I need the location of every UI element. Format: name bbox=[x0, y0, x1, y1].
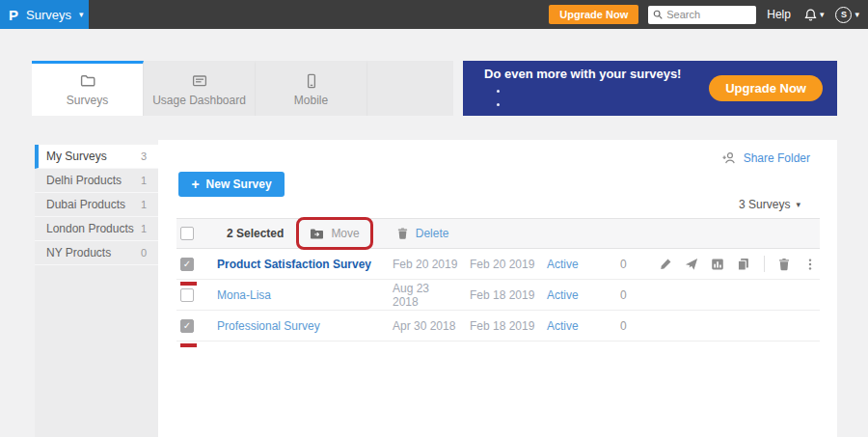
bulk-actions-toolbar: ✓ 2 Selected Move Delete bbox=[176, 218, 820, 249]
new-survey-label: New Survey bbox=[206, 178, 272, 191]
banner-upgrade-button[interactable]: Upgrade Now bbox=[709, 75, 823, 101]
bell-icon bbox=[803, 8, 818, 22]
annotation-underline bbox=[180, 282, 197, 286]
search-box[interactable] bbox=[648, 6, 756, 24]
tab-label: Usage Dashboard bbox=[152, 94, 246, 107]
search-input[interactable] bbox=[666, 9, 751, 20]
surveys-count-label: 3 Surveys bbox=[739, 198, 790, 211]
upgrade-now-button[interactable]: Upgrade Now bbox=[549, 5, 638, 24]
date-created: Aug 23 2018 bbox=[381, 282, 458, 309]
banner-bullets bbox=[484, 83, 709, 110]
tabs-filler bbox=[367, 61, 453, 116]
tabs-bar: Surveys Usage Dashboard Mobile bbox=[32, 61, 453, 116]
divider bbox=[764, 256, 765, 272]
chevron-down-icon: ▾ bbox=[796, 201, 800, 209]
date-modified: Feb 18 2019 bbox=[458, 288, 535, 302]
reports-bar-chart-icon[interactable] bbox=[711, 258, 724, 271]
share-folder-label: Share Folder bbox=[744, 151, 810, 165]
logo-icon: P bbox=[9, 7, 18, 23]
mobile-icon bbox=[304, 73, 319, 89]
survey-title-link[interactable]: Mona-Lisa bbox=[213, 288, 381, 302]
date-created: Feb 20 2019 bbox=[381, 258, 458, 271]
folder-name: Delhi Products bbox=[46, 174, 122, 187]
folder-count: 1 bbox=[141, 199, 147, 210]
row-checkbox[interactable]: ✓ bbox=[180, 258, 194, 271]
row-checkbox[interactable]: ✓ bbox=[180, 319, 194, 333]
survey-title-link[interactable]: Product Satisfaction Survey bbox=[213, 258, 381, 271]
survey-row: ✓ Product Satisfaction Survey Feb 20 201… bbox=[176, 249, 820, 280]
sidebar-folder-item[interactable]: Delhi Products 1 bbox=[35, 169, 158, 193]
folder-name: London Products bbox=[46, 222, 134, 235]
status-label: Active bbox=[535, 258, 603, 271]
folder-name: NY Products bbox=[46, 246, 111, 259]
app-menu[interactable]: P Surveys ▾ bbox=[0, 0, 89, 29]
help-link[interactable]: Help bbox=[767, 8, 791, 21]
survey-row: ✓ Mona-Lisa Aug 23 2018 Feb 18 2019 Acti… bbox=[176, 280, 820, 311]
banner-title: Do even more with your surveys! bbox=[484, 67, 709, 81]
row-checkbox[interactable]: ✓ bbox=[180, 288, 194, 302]
chevron-down-icon: ▾ bbox=[79, 11, 84, 19]
main-panel: Share Folder + New Survey 3 Surveys ▾ ✓ … bbox=[158, 140, 837, 437]
check-icon: ✓ bbox=[183, 259, 191, 269]
folder-icon bbox=[80, 73, 95, 89]
trash-icon bbox=[396, 227, 409, 240]
send-paper-plane-icon[interactable] bbox=[685, 258, 698, 271]
sidebar-folder-item[interactable]: London Products 1 bbox=[35, 217, 158, 241]
sidebar-folder-item[interactable]: My Surveys 3 bbox=[35, 145, 158, 169]
folder-count: 1 bbox=[141, 223, 147, 234]
delete-label: Delete bbox=[416, 227, 449, 240]
move-folder-icon bbox=[310, 228, 324, 240]
tab[interactable]: Surveys bbox=[32, 61, 144, 116]
date-created: Apr 30 2018 bbox=[381, 319, 458, 333]
share-folder-button[interactable]: Share Folder bbox=[721, 150, 810, 166]
surveys-table: ✓ 2 Selected Move Delete bbox=[176, 218, 820, 341]
responses-count: 0 bbox=[603, 288, 656, 302]
delete-trash-icon[interactable] bbox=[777, 258, 791, 271]
app-menu-label: Surveys bbox=[26, 8, 71, 22]
notifications-button[interactable]: ▾ bbox=[803, 8, 825, 22]
selected-count-label: 2 Selected bbox=[227, 227, 284, 240]
sidebar-folder-item[interactable]: NY Products 0 bbox=[35, 241, 158, 265]
account-menu[interactable]: S ▾ bbox=[835, 7, 859, 23]
status-label: Active bbox=[535, 319, 603, 333]
move-label: Move bbox=[331, 227, 359, 240]
move-button[interactable]: Move bbox=[299, 222, 369, 245]
sidebar-folder-item[interactable]: Dubai Products 1 bbox=[35, 193, 158, 217]
survey-row: ✓ Professional Survey Apr 30 2018 Feb 18… bbox=[176, 311, 820, 341]
survey-title-link[interactable]: Professional Survey bbox=[213, 319, 381, 333]
new-survey-button[interactable]: + New Survey bbox=[178, 172, 285, 197]
plus-icon: + bbox=[191, 177, 199, 192]
select-all-checkbox[interactable]: ✓ bbox=[180, 227, 194, 240]
date-modified: Feb 18 2019 bbox=[458, 319, 535, 333]
delete-button[interactable]: Delete bbox=[396, 227, 449, 240]
tab[interactable]: Usage Dashboard bbox=[144, 61, 256, 116]
folder-count: 1 bbox=[141, 175, 147, 186]
banner-bullet bbox=[509, 83, 709, 96]
status-label: Active bbox=[535, 288, 603, 302]
tab[interactable]: Mobile bbox=[256, 61, 367, 116]
date-modified: Feb 20 2019 bbox=[458, 258, 535, 271]
surveys-count-dropdown[interactable]: 3 Surveys ▾ bbox=[739, 198, 800, 211]
folders-sidebar: My Surveys 3 Delhi Products 1 Dubai Prod… bbox=[35, 145, 158, 437]
promo-banner: Do even more with your surveys! Upgrade … bbox=[463, 61, 837, 116]
chevron-down-icon: ▾ bbox=[820, 11, 825, 19]
share-person-icon bbox=[721, 150, 737, 166]
folder-name: Dubai Products bbox=[46, 198, 125, 211]
tab-label: Mobile bbox=[294, 94, 328, 107]
dashboard-icon bbox=[192, 73, 207, 89]
chevron-down-icon: ▾ bbox=[854, 11, 859, 19]
kebab-menu-icon[interactable] bbox=[803, 258, 817, 271]
check-icon: ✓ bbox=[183, 321, 191, 331]
duplicate-copy-icon[interactable] bbox=[737, 258, 750, 271]
edit-pencil-icon[interactable] bbox=[659, 258, 672, 271]
tab-label: Surveys bbox=[67, 94, 108, 107]
search-icon bbox=[653, 10, 663, 19]
banner-bullet bbox=[509, 96, 709, 110]
responses-count: 0 bbox=[603, 319, 656, 333]
avatar: S bbox=[835, 7, 852, 23]
folder-count: 0 bbox=[141, 247, 147, 259]
topbar: P Surveys ▾ Upgrade Now Help ▾ S ▾ bbox=[0, 0, 868, 29]
annotation-underline bbox=[180, 343, 197, 347]
responses-count: 0 bbox=[603, 258, 656, 271]
folder-name: My Surveys bbox=[46, 150, 107, 163]
